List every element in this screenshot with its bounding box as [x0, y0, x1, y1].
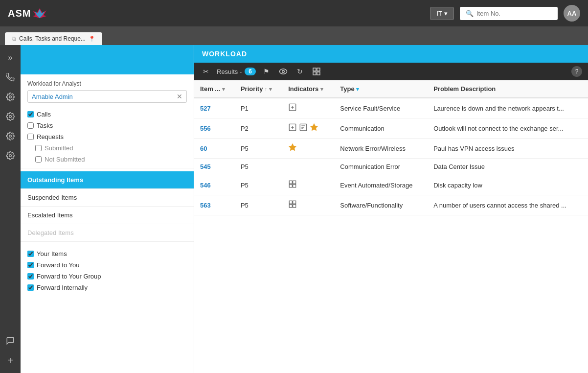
your-items-checkbox-row[interactable]: Your Items	[21, 248, 194, 259]
cell-priority-5: P5	[235, 195, 282, 215]
scissors-icon[interactable]: ✂	[200, 66, 212, 77]
flag-icon[interactable]: ⚑	[261, 66, 272, 77]
star-icon	[288, 143, 297, 154]
icon-sidebar: »	[0, 45, 21, 373]
col-priority[interactable]: Priority ↑ ▾	[235, 80, 282, 98]
cell-type-2: Network Error/Wireless	[334, 139, 428, 159]
priority-filter-icon[interactable]: ▾	[269, 86, 272, 92]
data-table: Item ... ▾ Priority ↑ ▾ Indicators ▾	[194, 80, 588, 373]
chat-button[interactable]	[1, 332, 19, 350]
search-icon: 🔍	[466, 10, 474, 17]
cell-item-3: 545	[194, 159, 235, 175]
refresh-icon[interactable]: ↻	[294, 66, 306, 77]
submitted-checkbox[interactable]	[35, 145, 42, 151]
escalated-items-menu-item[interactable]: Escalated Items	[21, 207, 194, 224]
workload-for-analyst-label: Workload for Analyst	[27, 80, 187, 87]
cell-desc-5: A number of users cannot access the shar…	[428, 195, 588, 215]
cell-indicators-1	[282, 118, 334, 139]
grid-icon[interactable]	[311, 66, 322, 77]
gear-button-1[interactable]	[1, 88, 19, 106]
cell-item-4: 546	[194, 175, 235, 195]
forward-internally-label: Forward Internally	[37, 284, 88, 291]
your-items-checkbox[interactable]	[27, 251, 34, 257]
svg-rect-27	[293, 185, 296, 187]
clear-analyst-button[interactable]: ✕	[177, 93, 182, 100]
cell-type-3: Communication Error	[334, 159, 428, 175]
analyst-input[interactable]	[32, 93, 177, 100]
requests-label: Requests	[37, 133, 64, 140]
item-filter-icon[interactable]: ▾	[222, 86, 225, 92]
phone-button[interactable]	[1, 69, 19, 86]
type-filter-icon[interactable]: ▾	[356, 86, 359, 92]
tabbar: ⧉ Calls, Tasks and Reque... 📍	[0, 26, 588, 45]
tasks-checkbox[interactable]	[27, 122, 34, 129]
table-row[interactable]: 546P5Event Automated/StorageDisk capacit…	[194, 175, 588, 195]
tasks-checkbox-row[interactable]: Tasks	[21, 120, 194, 131]
add-button[interactable]: +	[1, 351, 19, 369]
requests-checkbox[interactable]	[27, 134, 34, 140]
collapse-button[interactable]: »	[1, 49, 19, 67]
forward-to-your-group-checkbox[interactable]	[27, 273, 34, 280]
it-button[interactable]: IT ▾	[430, 7, 454, 20]
cell-desc-0: Laurence is down and the network appears…	[428, 98, 588, 118]
tasks-label: Tasks	[37, 122, 53, 129]
calls-checkbox-row[interactable]: Calls	[21, 109, 194, 120]
table-header-row: Item ... ▾ Priority ↑ ▾ Indicators ▾	[194, 80, 588, 98]
outstanding-items-menu-item[interactable]: Outstanding Items	[21, 171, 194, 189]
analyst-input-wrap: ✕	[27, 90, 187, 103]
cell-indicators-5	[282, 195, 334, 215]
svg-point-7	[282, 70, 285, 73]
not-submitted-checkbox-row[interactable]: Not Submitted	[21, 154, 194, 165]
search-input[interactable]	[476, 10, 555, 17]
cell-indicators-3	[282, 159, 334, 175]
not-submitted-checkbox[interactable]	[35, 156, 42, 163]
right-panel: WORKLOAD ✂ Results - 6 ⚑ ↻	[194, 45, 588, 373]
table-row[interactable]: 563P5Software/FunctionalityA number of u…	[194, 195, 588, 215]
col-type[interactable]: Type ▾	[334, 80, 428, 98]
forward-to-you-label: Forward to You	[37, 261, 79, 269]
table-row[interactable]: 556P2CommunicationOutlook will not conne…	[194, 118, 588, 139]
cell-desc-1: Outlook will not connect to the exchange…	[428, 118, 588, 139]
avatar[interactable]: AA	[564, 5, 580, 22]
gear-button-3[interactable]	[1, 127, 19, 145]
forward-to-you-checkbox-row[interactable]: Forward to You	[21, 259, 194, 271]
table-row[interactable]: 545P5Communication ErrorData Center Issu…	[194, 159, 588, 175]
cell-type-0: Service Fault/Service	[334, 98, 428, 118]
cell-priority-1: P2	[235, 118, 282, 139]
gear-button-4[interactable]	[1, 147, 19, 164]
cell-item-0: 527	[194, 98, 235, 118]
cell-priority-4: P5	[235, 175, 282, 195]
grid-indicator-icon	[288, 180, 297, 190]
delegated-items-menu-item: Delegated Items	[21, 224, 194, 242]
cell-priority-2: P5	[235, 139, 282, 159]
main-layout: »	[0, 45, 588, 373]
cell-indicators-2	[282, 139, 334, 159]
gear-button-2[interactable]	[1, 108, 19, 125]
col-indicators[interactable]: Indicators ▾	[282, 80, 334, 98]
tab-pin-icon: 📍	[89, 36, 95, 42]
col-item[interactable]: Item ... ▾	[194, 80, 235, 98]
table-row[interactable]: 60P5Network Error/WirelessPaul has VPN a…	[194, 139, 588, 159]
task-add-icon	[288, 123, 297, 134]
workload-toolbar: ✂ Results - 6 ⚑ ↻ ?	[194, 63, 588, 80]
help-button[interactable]: ?	[571, 66, 582, 77]
indicators-filter-icon[interactable]: ▾	[320, 86, 323, 92]
suspended-items-menu-item[interactable]: Suspended Items	[21, 189, 194, 207]
divider-1	[21, 168, 194, 168]
forward-internally-checkbox-row[interactable]: Forward Internally	[21, 282, 194, 293]
svg-rect-31	[293, 205, 296, 208]
eye-icon[interactable]	[277, 66, 289, 77]
submitted-checkbox-row[interactable]: Submitted	[21, 142, 194, 154]
left-panel-header	[21, 45, 194, 74]
priority-sort-icon[interactable]: ↑	[265, 87, 267, 92]
workload-filter: Workload for Analyst ✕	[21, 74, 194, 109]
main-tab[interactable]: ⧉ Calls, Tasks and Reque... 📍	[5, 32, 102, 45]
forward-to-your-group-checkbox-row[interactable]: Forward to Your Group	[21, 271, 194, 282]
table-row[interactable]: 527P1Service Fault/ServiceLaurence is do…	[194, 98, 588, 118]
requests-checkbox-row[interactable]: Requests	[21, 131, 194, 142]
forward-to-you-checkbox[interactable]	[27, 262, 34, 268]
cell-type-5: Software/Functionality	[334, 195, 428, 215]
cell-item-2: 60	[194, 139, 235, 159]
forward-internally-checkbox[interactable]	[27, 284, 34, 291]
calls-checkbox[interactable]	[27, 111, 34, 117]
